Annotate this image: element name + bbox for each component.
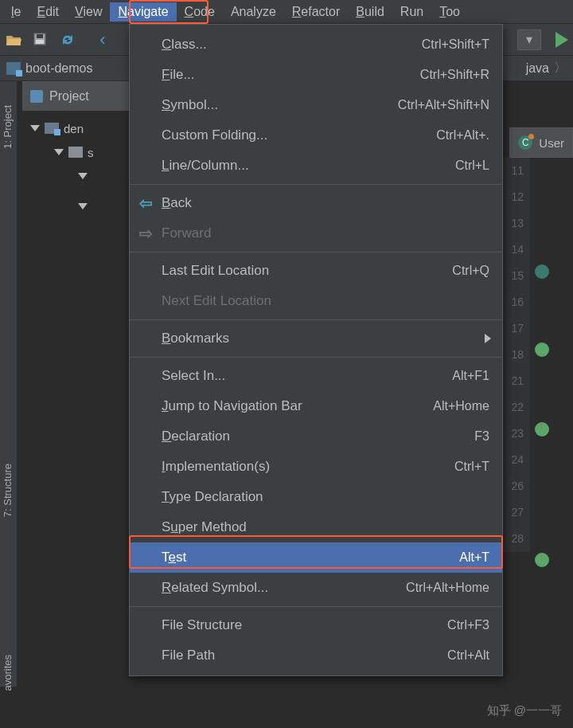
menu-shortcut: Ctrl+Alt+Shift+N xyxy=(398,98,489,112)
menu-item-label: Bookmarks xyxy=(162,331,229,346)
gutter-override-icon[interactable] xyxy=(535,342,549,357)
watermark: 知乎 @一一哥 xyxy=(487,703,562,718)
menu-separator xyxy=(130,606,502,607)
sidebar-tab-structure[interactable]: 7: Structure xyxy=(2,464,14,517)
menu-item-label: Symbol... xyxy=(162,97,218,113)
menu-run[interactable]: Run xyxy=(392,2,431,22)
breadcrumb-project[interactable]: boot-demos xyxy=(25,61,93,76)
editor-file-tab[interactable]: C User xyxy=(509,127,573,158)
svg-rect-1 xyxy=(37,34,43,38)
menu-analyze[interactable]: Analyze xyxy=(223,2,284,22)
menu-item-file-path[interactable]: File PathCtrl+Alt xyxy=(130,640,502,671)
menu-code[interactable]: Code xyxy=(177,2,223,22)
menu-item-label: File Path xyxy=(162,648,215,663)
menu-shortcut: Ctrl+Alt xyxy=(447,648,489,663)
project-tab-label: Project xyxy=(49,89,89,104)
menu-shortcut: Ctrl+T xyxy=(454,460,489,474)
menu-item-related-symbol[interactable]: Related Symbol...Ctrl+Alt+Home xyxy=(130,573,502,603)
menu-shortcut: Alt+T xyxy=(459,550,489,565)
menu-file[interactable]: le xyxy=(3,2,29,22)
menu-shortcut: Alt+Home xyxy=(433,399,489,413)
menu-shortcut: Alt+F1 xyxy=(452,369,489,383)
run-config-dropdown[interactable]: ▾ xyxy=(517,29,541,50)
menu-shortcut: Ctrl+Shift+R xyxy=(420,68,489,82)
breadcrumb-tail[interactable]: java xyxy=(526,61,549,76)
menu-item-label: Next Edit Location xyxy=(162,293,271,309)
svg-rect-2 xyxy=(36,40,44,44)
gutter-nav-icon[interactable] xyxy=(535,264,549,279)
file-tab-label: User xyxy=(539,136,564,150)
folder-icon xyxy=(68,147,83,158)
menu-item-file-structure[interactable]: File StructureCtrl+F3 xyxy=(130,610,502,640)
menu-separator xyxy=(130,319,502,320)
forward-icon: ⇨ xyxy=(138,224,154,243)
menu-item-select-in[interactable]: Select In...Alt+F1 xyxy=(130,361,502,391)
menu-item-label: Related Symbol... xyxy=(162,580,268,596)
menu-item-next-edit-location: Next Edit Location xyxy=(130,286,502,316)
menu-refactor[interactable]: Refactor xyxy=(284,2,348,22)
menu-item-label: File Structure xyxy=(162,617,242,633)
save-all-icon[interactable] xyxy=(32,31,49,49)
menu-item-label: Test xyxy=(162,550,186,566)
menu-item-line-column[interactable]: Line/Column...Ctrl+L xyxy=(130,151,502,181)
chevron-down-icon xyxy=(30,125,40,131)
project-icon xyxy=(30,90,43,103)
back-icon[interactable]: ‹ xyxy=(94,31,111,49)
class-icon: C xyxy=(518,135,532,150)
submenu-arrow-icon xyxy=(485,334,491,343)
menu-separator xyxy=(130,184,502,185)
menu-build[interactable]: Build xyxy=(348,2,392,22)
menu-item-type-declaration[interactable]: Type Declaration xyxy=(130,482,502,512)
menu-shortcut: F3 xyxy=(474,429,489,444)
gutter-impl-icon[interactable]: ↑ xyxy=(535,553,549,567)
menu-item-file[interactable]: File...Ctrl+Shift+R xyxy=(130,60,502,90)
folder-icon xyxy=(45,123,59,134)
menu-item-implementation-s[interactable]: Implementation(s)Ctrl+T xyxy=(130,452,502,482)
menu-item-label: Select In... xyxy=(162,368,225,384)
menu-shortcut: Ctrl+Shift+T xyxy=(422,37,489,52)
menu-item-last-edit-location[interactable]: Last Edit LocationCtrl+Q xyxy=(130,256,502,286)
menu-item-symbol[interactable]: Symbol...Ctrl+Alt+Shift+N xyxy=(130,90,502,120)
menu-separator xyxy=(130,252,502,252)
menu-item-class[interactable]: Class...Ctrl+Shift+T xyxy=(130,29,502,60)
run-icon[interactable] xyxy=(555,32,568,48)
menu-separator xyxy=(130,357,502,358)
menu-view[interactable]: View xyxy=(67,2,110,22)
sidebar-tab-favorites[interactable]: avorites xyxy=(2,655,14,691)
menu-shortcut: Ctrl+Alt+Home xyxy=(406,581,489,595)
menu-tools[interactable]: Too xyxy=(431,2,468,22)
gutter-impl-icon[interactable]: ↑ xyxy=(535,422,549,436)
menu-item-label: Line/Column... xyxy=(162,158,249,174)
menu-item-label: Type Declaration xyxy=(162,489,263,505)
back-icon: ⇦ xyxy=(138,194,154,213)
menu-item-label: File... xyxy=(162,67,195,83)
menu-shortcut: Ctrl+L xyxy=(455,159,489,173)
menu-edit[interactable]: Edit xyxy=(29,2,67,22)
menu-item-jump-to-navigation-bar[interactable]: Jump to Navigation BarAlt+Home xyxy=(130,391,502,421)
menu-item-declaration[interactable]: DeclarationF3 xyxy=(130,421,502,452)
chevron-right-icon: 〉 xyxy=(554,60,567,76)
menu-item-super-method[interactable]: Super Method xyxy=(130,512,502,542)
menu-item-back[interactable]: ⇦Back xyxy=(130,188,502,218)
open-icon[interactable] xyxy=(5,31,22,49)
menu-item-label: Custom Folding... xyxy=(162,127,267,143)
menu-shortcut: Ctrl+F3 xyxy=(447,618,489,632)
menu-shortcut: Ctrl+Q xyxy=(452,264,489,278)
menu-item-label: Declaration xyxy=(162,429,230,444)
menu-item-label: Super Method xyxy=(162,519,247,535)
menu-item-label: Implementation(s) xyxy=(162,459,270,475)
menu-item-bookmarks[interactable]: Bookmarks xyxy=(130,323,502,354)
sync-icon[interactable] xyxy=(59,31,76,49)
menu-item-label: Class... xyxy=(162,37,207,53)
project-tab[interactable]: Project xyxy=(22,81,130,112)
menubar: le Edit View Navigate Code Analyze Refac… xyxy=(0,0,573,24)
chevron-down-icon xyxy=(78,173,88,179)
menu-item-test[interactable]: TestAlt+T xyxy=(130,542,502,573)
menu-navigate[interactable]: Navigate xyxy=(110,2,176,22)
menu-item-custom-folding[interactable]: Custom Folding...Ctrl+Alt+. xyxy=(130,120,502,151)
module-icon xyxy=(6,62,21,75)
menu-shortcut: Ctrl+Alt+. xyxy=(436,128,489,143)
menu-item-label: Jump to Navigation Bar xyxy=(162,398,302,414)
menu-item-label: Last Edit Location xyxy=(162,263,269,279)
chevron-down-icon xyxy=(78,203,88,209)
